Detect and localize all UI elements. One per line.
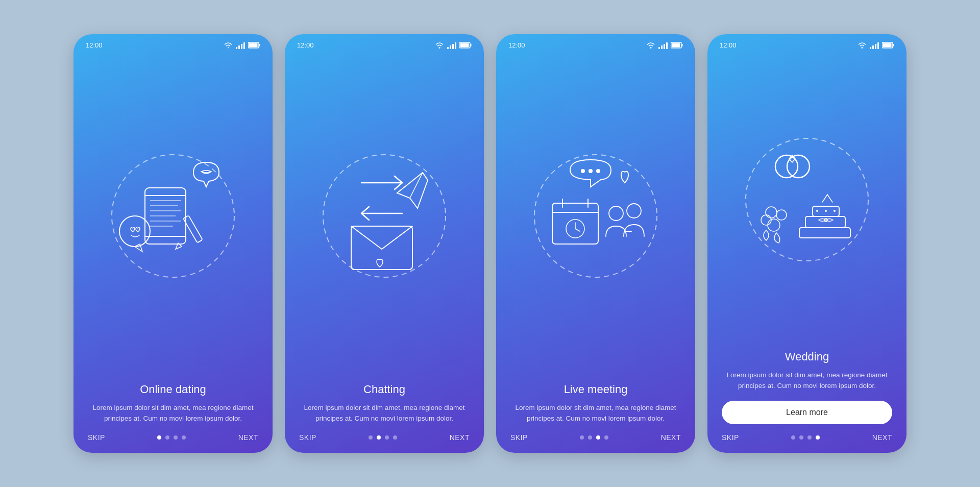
dot-4-2 xyxy=(807,435,812,440)
svg-line-22 xyxy=(410,173,423,198)
nav-bar-2: SKIP NEXT xyxy=(285,424,484,453)
dot-4-3 xyxy=(816,435,820,440)
content-4: Wedding Lorem ipsum dolor sit dim amet, … xyxy=(707,345,906,424)
dot-2-3 xyxy=(393,435,397,440)
dot-1-0 xyxy=(157,435,161,440)
svg-rect-52 xyxy=(805,216,845,228)
signal-icon-4 xyxy=(870,42,879,49)
signal-icon-3 xyxy=(658,42,668,49)
online-dating-svg xyxy=(99,147,247,285)
body-3: Lorem ipsum dolor sit dim amet, mea regi… xyxy=(510,402,681,424)
illustration-4 xyxy=(707,49,906,345)
svg-point-43 xyxy=(862,47,863,48)
svg-rect-18 xyxy=(471,44,472,46)
svg-point-30 xyxy=(581,169,585,173)
status-time-2: 12:00 xyxy=(297,41,314,49)
title-1: Online dating xyxy=(88,383,258,396)
body-1: Lorem ipsum dolor sit dim amet, mea regi… xyxy=(88,402,258,424)
body-4: Lorem ipsum dolor sit dim amet, mea regi… xyxy=(722,370,892,392)
wifi-icon-4 xyxy=(857,42,867,48)
screen-wedding: 12:00 xyxy=(707,34,906,453)
wifi-icon xyxy=(224,42,233,48)
svg-rect-17 xyxy=(460,43,469,47)
status-bar-4: 12:00 xyxy=(707,34,906,49)
battery-icon-4 xyxy=(882,42,894,48)
svg-marker-21 xyxy=(397,173,428,208)
svg-point-25 xyxy=(650,47,652,48)
dot-1-2 xyxy=(174,435,178,440)
skip-button-2[interactable]: SKIP xyxy=(299,433,316,442)
status-time-3: 12:00 xyxy=(508,41,525,49)
dot-3-3 xyxy=(604,435,608,440)
svg-point-61 xyxy=(834,210,836,212)
battery-icon-3 xyxy=(671,42,683,48)
nav-bar-1: SKIP NEXT xyxy=(74,424,273,453)
skip-button-1[interactable]: SKIP xyxy=(88,433,105,442)
status-bar-3: 12:00 xyxy=(496,34,695,49)
svg-point-56 xyxy=(761,215,771,225)
svg-rect-46 xyxy=(893,44,894,46)
next-button-4[interactable]: NEXT xyxy=(872,433,892,442)
status-time-4: 12:00 xyxy=(720,41,737,49)
svg-line-39 xyxy=(575,229,580,231)
next-button-3[interactable]: NEXT xyxy=(661,433,681,442)
illustration-1 xyxy=(74,49,273,378)
wifi-icon-2 xyxy=(435,42,444,48)
screen-live-meeting: 12:00 xyxy=(496,34,695,453)
dot-4-1 xyxy=(799,435,803,440)
dot-1-3 xyxy=(182,435,186,440)
status-bar-1: 12:00 xyxy=(74,34,273,49)
status-icons-3 xyxy=(646,42,683,49)
battery-icon xyxy=(248,42,260,48)
svg-rect-45 xyxy=(883,43,892,47)
svg-point-15 xyxy=(439,47,440,48)
dots-4 xyxy=(791,435,820,440)
svg-rect-27 xyxy=(672,43,680,47)
status-icons-2 xyxy=(435,42,472,49)
chatting-svg xyxy=(310,147,458,285)
status-icons-1 xyxy=(224,42,260,49)
title-2: Chatting xyxy=(299,383,470,396)
next-button-2[interactable]: NEXT xyxy=(450,433,470,442)
svg-point-31 xyxy=(589,169,593,173)
svg-rect-28 xyxy=(682,44,683,46)
svg-point-58 xyxy=(776,210,787,220)
next-button-1[interactable]: NEXT xyxy=(238,433,258,442)
title-4: Wedding xyxy=(722,350,892,363)
nav-bar-3: SKIP NEXT xyxy=(496,424,695,453)
dot-3-0 xyxy=(580,435,584,440)
content-3: Live meeting Lorem ipsum dolor sit dim a… xyxy=(496,378,695,424)
screens-container: 12:00 xyxy=(53,14,927,473)
svg-point-55 xyxy=(768,219,780,231)
learn-more-button[interactable]: Learn more xyxy=(722,401,892,424)
svg-rect-51 xyxy=(799,228,850,238)
dot-1-1 xyxy=(165,435,169,440)
svg-rect-2 xyxy=(259,44,260,46)
svg-point-59 xyxy=(816,210,818,212)
dot-2-0 xyxy=(369,435,373,440)
svg-point-40 xyxy=(609,206,623,221)
skip-button-3[interactable]: SKIP xyxy=(510,433,528,442)
dots-1 xyxy=(157,435,186,440)
svg-point-47 xyxy=(746,138,868,261)
body-2: Lorem ipsum dolor sit dim amet, mea regi… xyxy=(299,402,470,424)
dot-2-2 xyxy=(385,435,389,440)
wedding-svg xyxy=(733,131,881,269)
svg-point-32 xyxy=(596,169,600,173)
status-time-1: 12:00 xyxy=(86,41,103,49)
signal-icon xyxy=(236,42,245,49)
screen-online-dating: 12:00 xyxy=(74,34,273,453)
battery-icon-2 xyxy=(459,42,472,48)
screen-chatting: 12:00 xyxy=(285,34,484,453)
status-icons-4 xyxy=(857,42,894,49)
content-1: Online dating Lorem ipsum dolor sit dim … xyxy=(74,378,273,424)
wifi-icon-3 xyxy=(646,42,655,48)
dot-4-0 xyxy=(791,435,795,440)
illustration-2 xyxy=(285,49,484,378)
svg-point-60 xyxy=(825,210,827,212)
live-meeting-svg xyxy=(522,147,670,285)
content-2: Chatting Lorem ipsum dolor sit dim amet,… xyxy=(285,378,484,424)
signal-icon-2 xyxy=(447,42,456,49)
skip-button-4[interactable]: SKIP xyxy=(722,433,739,442)
dot-3-1 xyxy=(588,435,592,440)
